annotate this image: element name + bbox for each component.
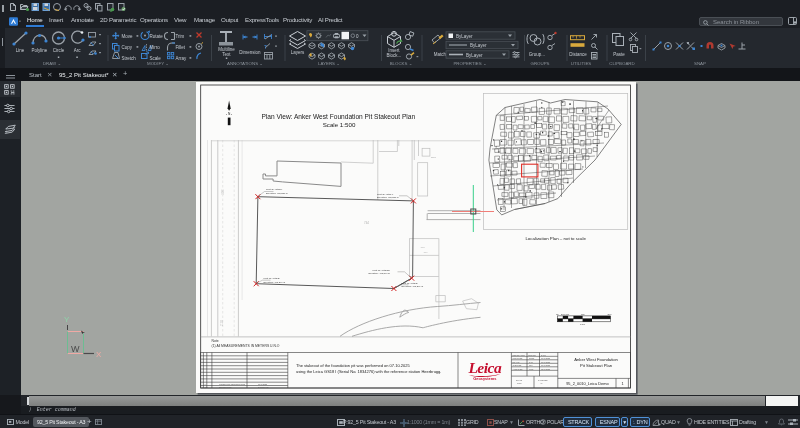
svg-text:08.10.2025: 08.10.2025	[541, 368, 550, 370]
svg-text:A3: A3	[540, 382, 542, 384]
svg-text:Punt ID: (PtID5a): Punt ID: (PtID5a)	[373, 269, 391, 271]
svg-text:SURVEYED: SURVEYED	[513, 357, 524, 359]
svg-text:06.10.2025: 06.10.2025	[541, 357, 550, 359]
svg-text:Text: Text	[222, 52, 231, 57]
svg-text:1:500: 1:500	[580, 323, 586, 325]
svg-text:Mirro: Mirro	[150, 45, 161, 50]
svg-text:5m: 5m	[566, 313, 569, 315]
svg-text:Elevation: 405,246 m: Elevation: 405,246 m	[264, 281, 286, 284]
svg-text:PROPERTIES ⌄: PROPERTIES ⌄	[453, 61, 486, 66]
svg-text:Scale: Scale	[150, 56, 162, 61]
svg-text:07.10.2025: 07.10.2025	[541, 361, 550, 363]
svg-text:X: X	[96, 350, 102, 359]
svg-text:ByLayer: ByLayer	[466, 53, 483, 58]
svg-text:Arc: Arc	[74, 48, 82, 53]
svg-text:MODIFY ⌄: MODIFY ⌄	[147, 61, 169, 66]
svg-text:Rotate: Rotate	[150, 34, 164, 39]
svg-text:2140: 2140	[220, 320, 224, 326]
svg-text:Elevation: 405,240 m: Elevation: 405,240 m	[368, 272, 390, 275]
svg-text:ISSUED FOR CONSTRUCTION: ISSUED FOR CONSTRUCTION	[219, 383, 246, 385]
svg-text:Anker West Foundation: Anker West Foundation	[574, 357, 618, 362]
svg-text:W: W	[71, 344, 80, 354]
svg-text:2.5m: 2.5m	[561, 313, 566, 315]
svg-text:1051: 1051	[431, 156, 437, 158]
svg-text:DATE/NAME: DATE/NAME	[258, 386, 269, 388]
svg-text:Polyline: Polyline	[32, 48, 48, 53]
svg-text:METHOD: METHOD	[528, 354, 536, 356]
svg-text:Group...: Group...	[529, 52, 545, 57]
svg-text:CAD: CAD	[529, 361, 533, 363]
svg-text:- N -: - N -	[226, 112, 232, 116]
svg-text:Elevation: 405,241 m: Elevation: 405,241 m	[402, 285, 424, 288]
svg-text:Line: Line	[16, 48, 25, 53]
svg-text:Y: Y	[64, 315, 70, 324]
svg-text:Stretch: Stretch	[122, 56, 137, 61]
svg-text:LAYERS ⌄: LAYERS ⌄	[318, 61, 340, 66]
svg-text:Layers: Layers	[291, 50, 305, 55]
svg-text:Paste: Paste	[613, 52, 625, 57]
svg-text:Elevation: 405,237 m: Elevation: 405,237 m	[377, 196, 399, 199]
svg-text:Geosystems: Geosystems	[473, 376, 496, 381]
svg-text:ANNOTATIONS ⌄: ANNOTATIONS ⌄	[227, 61, 263, 66]
svg-text:SCALE: SCALE	[516, 379, 523, 381]
svg-text:Array: Array	[176, 56, 188, 61]
svg-text:DRAWN: DRAWN	[513, 361, 520, 363]
svg-text:Plan View: Anker West Foundati: Plan View: Anker West Foundation Pit Sta…	[261, 113, 415, 120]
svg-text:Move: Move	[122, 34, 134, 39]
svg-text:102: 102	[421, 246, 426, 249]
svg-text:APPROVED: APPROVED	[513, 368, 524, 370]
svg-text:DATE: DATE	[541, 354, 546, 356]
svg-text:CHECKED: CHECKED	[513, 364, 522, 366]
svg-text:DRAW ⌄: DRAW ⌄	[43, 61, 61, 66]
svg-text:Match: Match	[434, 52, 447, 57]
svg-text:1:500: 1:500	[517, 382, 522, 384]
svg-text:07.10.2025: 07.10.2025	[541, 364, 550, 366]
svg-text:DESIGNATION: DESIGNATION	[513, 354, 526, 356]
svg-text:TPS: TPS	[529, 364, 533, 366]
svg-text:1074: 1074	[221, 189, 225, 195]
svg-text:UTILITIES: UTILITIES	[571, 61, 592, 66]
svg-text:Trim: Trim	[176, 34, 185, 39]
svg-text:1: 1	[205, 383, 206, 385]
svg-text:Note: Note	[212, 339, 219, 343]
svg-text:Distance: Distance	[569, 52, 587, 57]
svg-text:Punt ID: (PtID3): Punt ID: (PtID3)	[402, 282, 418, 284]
svg-text:25m: 25m	[608, 313, 612, 315]
svg-text:Copy: Copy	[122, 45, 133, 50]
svg-text:Punt ID: (PtID4): Punt ID: (PtID4)	[377, 193, 393, 195]
svg-text:MGR: MGR	[529, 368, 534, 370]
svg-text:1²: 1²	[633, 420, 635, 422]
svg-text:107: 107	[424, 251, 429, 254]
svg-text:GNSS: GNSS	[529, 357, 535, 359]
svg-text:Block...: Block...	[387, 53, 402, 58]
svg-text:Elevation: 405,230 m: Elevation: 405,230 m	[266, 192, 288, 195]
svg-text:07.10.2025: 07.10.2025	[258, 383, 267, 385]
svg-text:Punt ID: (PtID1): Punt ID: (PtID1)	[266, 188, 282, 190]
svg-text:SNAP: SNAP	[694, 61, 706, 66]
svg-text:ByLayer: ByLayer	[470, 43, 487, 48]
svg-text:ByLayer: ByLayer	[456, 34, 473, 39]
svg-text:DESCRIPTION: DESCRIPTION	[219, 386, 232, 388]
svg-text:Pit Stakeout Plan: Pit Stakeout Plan	[580, 363, 613, 368]
svg-text:GROUPS: GROUPS	[530, 61, 549, 66]
svg-text:T: T	[264, 44, 267, 50]
svg-text:Dimension: Dimension	[239, 50, 261, 55]
svg-text:83: 83	[633, 422, 635, 423]
svg-text:Fillet: Fillet	[176, 45, 186, 50]
svg-text:0m: 0m	[556, 313, 559, 315]
svg-text:PAGE SIZE: PAGE SIZE	[538, 379, 548, 381]
svg-text:95_2_0010_Leica Demo: 95_2_0010_Leica Demo	[566, 381, 608, 386]
svg-text:using the Leica GS18 I (Serial: using the Leica GS18 I (Serial No. 18342…	[296, 369, 441, 374]
svg-text:Scale 1:500: Scale 1:500	[323, 121, 356, 128]
svg-text:10m: 10m	[581, 313, 585, 315]
svg-text:Circle: Circle	[53, 48, 65, 53]
svg-text:744: 744	[364, 221, 369, 225]
svg-text:Punt ID: (PtID2): Punt ID: (PtID2)	[264, 277, 280, 279]
svg-text:(1) All MEASUREMENTS IN METERS: (1) All MEASUREMENTS IN METERS U.N.O	[212, 344, 280, 348]
svg-text:The stakeout of the foundation: The stakeout of the foundation pit was p…	[296, 363, 410, 368]
svg-text:1: 1	[621, 381, 623, 386]
svg-text:BLOCKS ⌄: BLOCKS ⌄	[390, 61, 413, 66]
svg-text:Leica: Leica	[467, 359, 502, 376]
svg-text:CLIPBOARD: CLIPBOARD	[609, 61, 634, 66]
svg-text:Localization Plan – not to sca: Localization Plan – not to scale	[525, 236, 586, 241]
